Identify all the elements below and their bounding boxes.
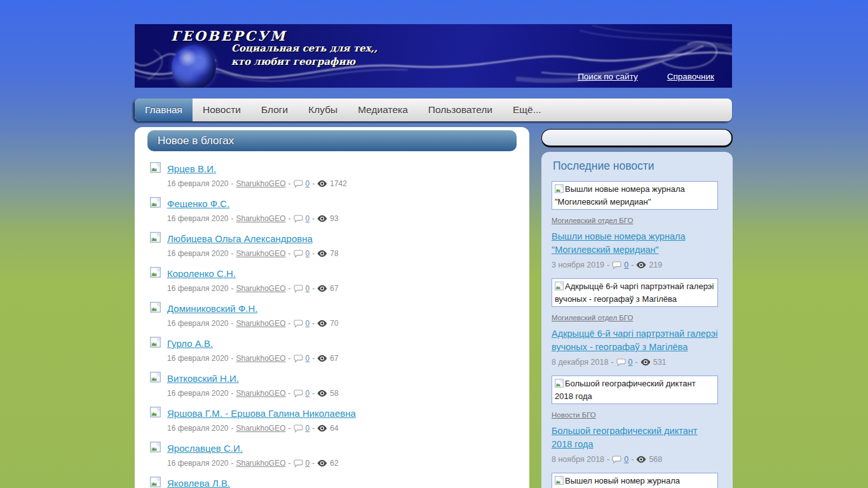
blog-panel-title: Новое в блогах bbox=[147, 130, 517, 151]
news-thumbnail[interactable]: Большой географический диктант 2018 года bbox=[552, 376, 718, 404]
meta-date: 16 февраля 2020 bbox=[167, 354, 228, 363]
broken-image-icon bbox=[150, 477, 161, 488]
meta-line: 16 февраля 2020-SharukhoGEO- 0- 67 bbox=[167, 283, 517, 294]
meta-separator: - bbox=[288, 459, 291, 468]
meta-separator: - bbox=[231, 424, 233, 433]
blog-entry-title-link[interactable]: Ярославцев С.И. bbox=[167, 443, 243, 454]
views-icon bbox=[317, 180, 327, 187]
meta-separator: - bbox=[312, 424, 315, 433]
news-category-link[interactable]: Могилевский отдел БГО bbox=[552, 314, 633, 322]
comments-count-link[interactable]: 0 bbox=[306, 214, 310, 223]
views-icon bbox=[317, 355, 327, 362]
meta-date: 16 февраля 2020 bbox=[167, 424, 228, 433]
site-search-link[interactable]: Поиск по сайту bbox=[578, 72, 638, 81]
meta-separator: - bbox=[231, 214, 233, 223]
blog-entry-title-link[interactable]: Ярцев В.И. bbox=[167, 163, 216, 174]
author-link[interactable]: SharukhoGEO bbox=[236, 459, 285, 468]
blog-entry-title-link[interactable]: Короленко С.Н. bbox=[167, 268, 236, 279]
views-icon bbox=[317, 215, 327, 222]
blog-entry-title-link[interactable]: Любицева Ольга Александровна bbox=[167, 233, 313, 244]
news-title-link[interactable]: Вышли новые номера журнала "Могилевский … bbox=[552, 230, 720, 257]
blog-entry-title-link[interactable]: Витковский Н.И. bbox=[167, 373, 239, 384]
comments-count-link[interactable]: 0 bbox=[628, 358, 633, 367]
comments-count-link[interactable]: 0 bbox=[306, 249, 310, 258]
meta-separator: - bbox=[312, 214, 315, 223]
meta-separator: - bbox=[231, 249, 233, 258]
comments-icon bbox=[294, 180, 303, 188]
reference-link[interactable]: Справочник bbox=[667, 72, 714, 81]
nav-item-блоги[interactable]: Блоги bbox=[251, 98, 298, 121]
comments-icon bbox=[294, 355, 303, 363]
news-thumbnail[interactable]: Вышел новый номер журнала "Могилевский м… bbox=[552, 473, 718, 488]
news-thumbnail[interactable]: Вышли новые номера журнала "Могилевский … bbox=[552, 181, 718, 210]
comments-count-link[interactable]: 0 bbox=[306, 459, 310, 468]
views-icon bbox=[641, 358, 651, 366]
author-link[interactable]: SharukhoGEO bbox=[236, 319, 285, 328]
nav-item-пользователи[interactable]: Пользователи bbox=[418, 98, 503, 121]
author-link[interactable]: SharukhoGEO bbox=[236, 389, 285, 398]
comments-count-link[interactable]: 0 bbox=[624, 455, 628, 464]
meta-date: 16 февраля 2020 bbox=[167, 319, 228, 328]
broken-image-icon bbox=[150, 337, 161, 350]
nav-item-ещё[interactable]: Ещё... bbox=[503, 98, 552, 121]
blog-entry-title-row: Яковлева Л.В. bbox=[150, 477, 517, 488]
author-link[interactable]: SharukhoGEO bbox=[236, 284, 285, 293]
meta-line: 16 февраля 2020-SharukhoGEO- 0- 1742 bbox=[167, 179, 517, 189]
sidebar-widget-bar[interactable] bbox=[541, 129, 733, 147]
meta-separator: - bbox=[312, 249, 315, 258]
comments-icon bbox=[294, 215, 303, 223]
comments-count-link[interactable]: 0 bbox=[306, 389, 310, 398]
news-category-link[interactable]: Могилевский отдел БГО bbox=[552, 217, 633, 224]
site-banner: ГЕОВЕРСУМ Социальная сеть для тех,, кто … bbox=[135, 24, 732, 88]
banner-links: Поиск по сайту Справочник bbox=[578, 72, 714, 81]
views-icon bbox=[317, 390, 327, 397]
meta-date: 16 февраля 2020 bbox=[167, 214, 228, 223]
meta-date: 16 февраля 2020 bbox=[167, 249, 228, 258]
news-item: Вышел новый номер журнала "Могилевский м… bbox=[552, 473, 722, 488]
meta-date: 8 ноября 2018 bbox=[552, 455, 604, 464]
nav-item-медиатека[interactable]: Медиатека bbox=[348, 98, 418, 121]
blog-entry-title-link[interactable]: Фещенко Ф.С. bbox=[167, 198, 229, 209]
meta-line: 8 ноября 2018- 0- 568 bbox=[552, 455, 722, 464]
author-link[interactable]: SharukhoGEO bbox=[236, 214, 285, 223]
nav-item-главная[interactable]: Главная bbox=[135, 98, 193, 121]
news-panel: Последние новости Вышли новые номера жур… bbox=[541, 152, 733, 488]
news-thumbnail[interactable]: Адкрыццё 6-й чаргі партрэтнай галерэі ву… bbox=[552, 278, 718, 307]
comments-count-link[interactable]: 0 bbox=[306, 179, 310, 188]
meta-separator: - bbox=[312, 459, 315, 468]
comments-icon bbox=[294, 250, 303, 258]
blog-entry-list: Ярцев В.И. 16 февраля 2020-SharukhoGEO- … bbox=[135, 151, 529, 488]
comments-count-link[interactable]: 0 bbox=[306, 284, 310, 293]
news-category-link[interactable]: Новости БГО bbox=[552, 411, 596, 419]
author-link[interactable]: SharukhoGEO bbox=[236, 249, 285, 258]
meta-date: 16 февраля 2020 bbox=[167, 284, 228, 293]
views-icon bbox=[636, 456, 646, 463]
blog-entry: Витковский Н.И. 16 февраля 2020-Sharukho… bbox=[150, 372, 517, 398]
meta-separator: - bbox=[631, 261, 634, 269]
globe-icon bbox=[172, 45, 216, 88]
nav-item-клубы[interactable]: Клубы bbox=[298, 98, 348, 121]
author-link[interactable]: SharukhoGEO bbox=[236, 424, 285, 433]
comments-count-link[interactable]: 0 bbox=[306, 319, 310, 328]
meta-separator: - bbox=[288, 214, 291, 223]
meta-separator: - bbox=[631, 455, 634, 464]
views-count: 64 bbox=[330, 424, 338, 433]
news-title-link[interactable]: Большой географический диктант 2018 года bbox=[552, 424, 720, 451]
meta-separator: - bbox=[288, 249, 291, 258]
nav-item-новости[interactable]: Новости bbox=[193, 98, 251, 121]
blog-entry-title-link[interactable]: Доминиковский Ф.Н. bbox=[167, 303, 257, 314]
comments-count-link[interactable]: 0 bbox=[306, 354, 310, 363]
author-link[interactable]: SharukhoGEO bbox=[236, 179, 285, 188]
blog-entry-title-link[interactable]: Гурло А.В. bbox=[167, 338, 213, 349]
comments-count-link[interactable]: 0 bbox=[624, 261, 628, 269]
blog-entry-title-row: Любицева Ольга Александровна bbox=[150, 232, 517, 245]
blog-entry-title-link[interactable]: Яршова Г.М. - Ершова Галина Николаевна bbox=[167, 408, 356, 419]
author-link[interactable]: SharukhoGEO bbox=[236, 354, 285, 363]
views-count: 58 bbox=[330, 389, 338, 398]
comments-icon bbox=[294, 285, 303, 293]
news-thumbnail-alt-text: Вышел новый номер журнала "Могилевский м… bbox=[555, 476, 680, 488]
meta-date: 16 февраля 2020 bbox=[167, 179, 228, 188]
news-title-link[interactable]: Адкрыццё 6-й чаргі партрэтнай галерэі ву… bbox=[552, 327, 720, 354]
comments-count-link[interactable]: 0 bbox=[306, 424, 310, 433]
blog-entry-title-link[interactable]: Яковлева Л.В. bbox=[167, 478, 230, 488]
